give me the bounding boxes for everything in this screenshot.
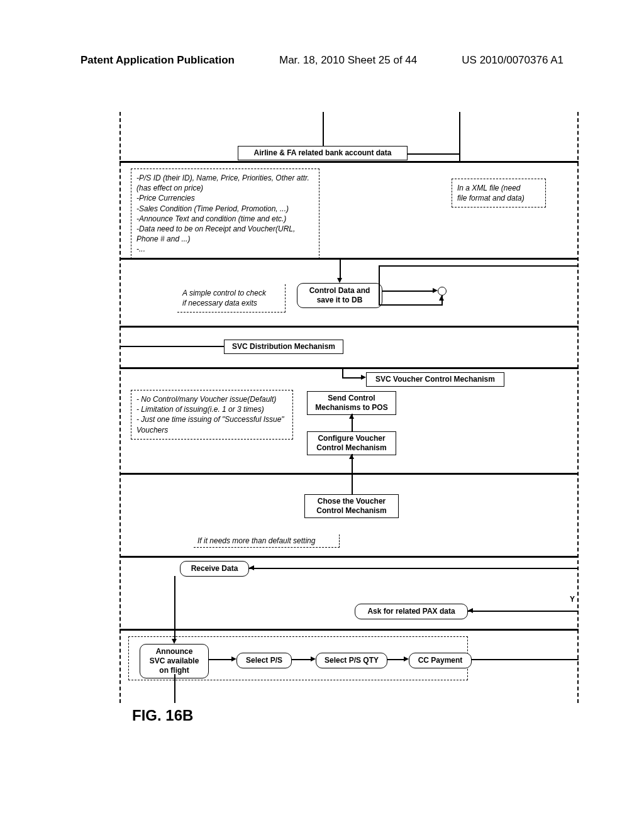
connector xyxy=(379,265,380,304)
connector xyxy=(352,474,353,494)
simple-control-note: A simple control to check if necessary d… xyxy=(177,284,286,313)
box-text: Announce SVC available on flight xyxy=(150,647,199,675)
box-text: Chose the Voucher Control Mechanism xyxy=(316,497,386,515)
right-dashed-guide xyxy=(577,112,579,703)
note-text: -P/S ID (their ID), Name, Price, Priorit… xyxy=(136,173,314,255)
arrow-right-icon xyxy=(231,656,236,661)
arrow-left-icon xyxy=(249,565,254,570)
announce-svc-box: Announce SVC available on flight xyxy=(140,644,209,678)
arrow-right-icon xyxy=(311,656,316,661)
receive-data-box: Receive Data xyxy=(180,561,249,577)
configure-voucher-box: Configure Voucher Control Mechanism xyxy=(307,431,396,455)
flow-diagram: Airline & FA related bank account data -… xyxy=(119,112,579,716)
xml-file-note: In a XML file (need file format and data… xyxy=(452,179,546,208)
header-left: Patent Application Publication xyxy=(80,54,235,67)
voucher-limits-note: - No Control/many Voucher issue(Default)… xyxy=(131,390,293,440)
connector xyxy=(119,346,224,347)
box-text: Send Control Mechanisms to POS xyxy=(315,394,387,412)
connector xyxy=(379,304,443,306)
connector xyxy=(472,659,579,660)
svc-voucher-control-box: SVC Voucher Control Mechanism xyxy=(366,372,504,387)
connector xyxy=(323,112,324,146)
note-text: - No Control/many Voucher issue(Default)… xyxy=(136,394,287,435)
swimlane-separator xyxy=(119,161,579,163)
arrow-up-icon xyxy=(349,454,354,459)
arrow-down-icon xyxy=(337,278,342,283)
select-ps-qty-box: Select P/S QTY xyxy=(316,653,387,668)
ask-pax-data-box: Ask for related PAX data xyxy=(355,604,468,619)
chose-voucher-box: Chose the Voucher Control Mechanism xyxy=(304,494,399,518)
bank-account-box: Airline & FA related bank account data xyxy=(238,146,408,160)
note-text: If it needs more than default setting xyxy=(197,536,315,545)
arrow-right-icon xyxy=(404,656,409,661)
svc-distribution-box: SVC Distribution Mechanism xyxy=(224,340,343,354)
figure-label: FIG. 16B xyxy=(132,707,193,724)
header-right: US 2010/0070376 A1 xyxy=(462,54,564,67)
arrow-left-icon xyxy=(468,608,473,613)
junction-circle-icon xyxy=(438,287,447,296)
arrow-down-icon xyxy=(172,639,177,644)
swimlane-separator xyxy=(119,367,579,369)
default-setting-note: If it needs more than default setting xyxy=(194,534,340,548)
swimlane-separator xyxy=(119,473,579,475)
arrow-right-icon xyxy=(361,375,366,380)
connector xyxy=(342,368,343,377)
arrow-up-icon xyxy=(439,296,444,301)
control-data-box: Control Data and save it to DB xyxy=(297,283,382,308)
connector xyxy=(459,112,460,162)
box-text: Control Data and save it to DB xyxy=(309,286,370,304)
send-control-box: Send Control Mechanisms to POS xyxy=(307,391,396,415)
connector xyxy=(408,153,460,155)
connector xyxy=(382,290,433,292)
cc-payment-box: CC Payment xyxy=(409,653,472,668)
header-center: Mar. 18, 2010 Sheet 25 of 44 xyxy=(279,54,417,67)
page-header: Patent Application Publication Mar. 18, … xyxy=(0,54,644,67)
select-ps-box: Select P/S xyxy=(236,653,292,668)
ps-attributes-note: -P/S ID (their ID), Name, Price, Priorit… xyxy=(131,169,319,259)
connector xyxy=(342,377,361,379)
note-text: In a XML file (need file format and data… xyxy=(457,183,540,203)
connector xyxy=(174,674,175,703)
swimlane-separator xyxy=(119,556,579,558)
swimlane-separator xyxy=(119,629,579,631)
connector xyxy=(387,659,404,660)
box-text: Configure Voucher Control Mechanism xyxy=(316,434,386,452)
connector xyxy=(468,611,579,612)
note-text: A simple control to check if necessary d… xyxy=(182,288,280,308)
left-dashed-guide xyxy=(119,112,121,703)
connector xyxy=(174,576,175,639)
connector xyxy=(292,659,311,660)
connector xyxy=(379,265,579,267)
arrow-right-icon xyxy=(433,288,438,293)
arrow-up-icon xyxy=(349,414,354,419)
connector xyxy=(340,258,341,278)
swimlane-separator xyxy=(119,326,579,328)
y-label: Y xyxy=(570,595,575,604)
connector xyxy=(249,568,579,569)
connector xyxy=(209,659,231,660)
